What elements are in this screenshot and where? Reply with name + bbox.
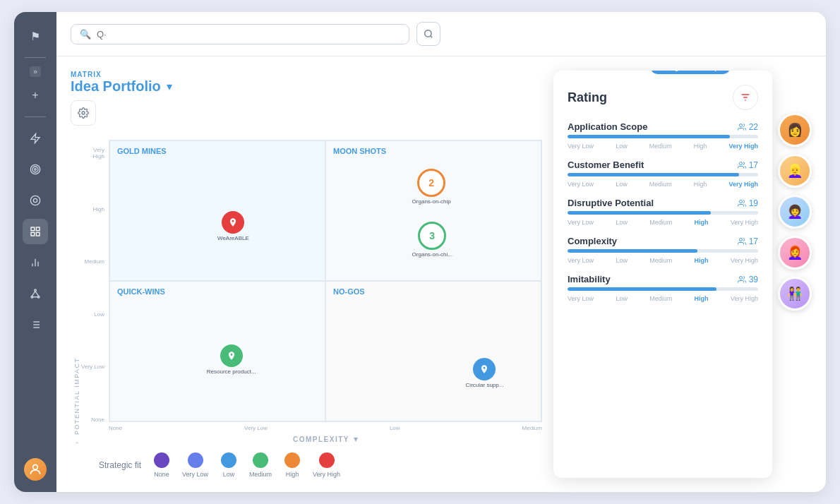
- rating-name-customer-benefit: Customer Benefit: [568, 160, 644, 170]
- rating-row-customer-benefit-header: Customer Benefit 17: [568, 160, 758, 170]
- rating-row-imitability: Imitability 39 Very Low Low Medium High: [568, 274, 758, 302]
- svg-point-25: [425, 30, 431, 37]
- legend-item-high: High: [284, 452, 300, 478]
- legend-item-low: Low: [221, 452, 236, 478]
- rating-scale-imitability: Very Low Low Medium High Very High: [568, 295, 758, 302]
- user-avatar[interactable]: [24, 458, 47, 481]
- rating-filter-button[interactable]: [733, 85, 758, 110]
- avatar-1[interactable]: 👩: [778, 113, 812, 147]
- matrix-section: MATRIX Idea Portfolio ▾ ›: [71, 71, 542, 478]
- avatar-2[interactable]: 👱‍♀️: [778, 154, 812, 188]
- sidebar-item-flag[interactable]: ⚑: [23, 23, 48, 49]
- scale-dp-very-high: Very High: [731, 219, 758, 226]
- legend-dot-very-high: [319, 452, 335, 468]
- dot-organs-1[interactable]: 2 Organs-on-chip: [412, 169, 451, 205]
- sidebar-divider-2: [25, 116, 46, 117]
- legend-text-low: Low: [223, 471, 235, 478]
- scale-very-low: Very Low: [568, 143, 594, 150]
- dot-organs-2-ring: 3: [418, 222, 446, 250]
- quadrant-quick-wins-label: QUICK-WINS: [117, 287, 165, 296]
- dot-circular-circle: [473, 358, 496, 380]
- dot-resource-circle: [220, 344, 243, 367]
- svg-point-4: [30, 196, 40, 205]
- dot-weAreable[interactable]: WeAreABLE: [217, 211, 249, 241]
- svg-point-33: [739, 200, 742, 203]
- rating-bar-fill-customer-benefit: [568, 173, 739, 176]
- matrix-title: Idea Portfolio: [71, 78, 161, 95]
- y-axis-ticks: Very High High Medium Low Very Low None: [80, 140, 109, 444]
- avatar-5[interactable]: 👫: [778, 277, 812, 311]
- sidebar-expand-btn[interactable]: »: [30, 66, 41, 77]
- scale-cx-very-low: Very Low: [568, 257, 594, 264]
- matrix-title-row: Idea Portfolio ▾: [71, 78, 542, 95]
- rating-panel: Organs-on-chips Rating Application Scope: [553, 71, 772, 478]
- svg-point-35: [739, 276, 742, 279]
- rating-scale-complexity: Very Low Low Medium High Very High: [568, 257, 758, 264]
- sidebar-item-target[interactable]: [23, 157, 48, 182]
- scale-cx-high-active: High: [695, 257, 709, 264]
- rating-scale-disruptive-potential: Very Low Low Medium High Very High: [568, 219, 758, 226]
- sidebar-item-network[interactable]: [23, 281, 48, 306]
- rating-bar-fill-application-scope: [568, 135, 730, 138]
- x-tick-medium: Medium: [522, 425, 542, 431]
- rating-name-application-scope: Application Scope: [568, 121, 647, 132]
- search-icon: 🔍: [80, 29, 91, 40]
- sidebar-item-add[interactable]: +: [23, 83, 48, 108]
- dot-resource[interactable]: Resource product...: [207, 344, 256, 375]
- dot-resource-label: Resource product...: [207, 368, 256, 375]
- search-input[interactable]: [97, 29, 400, 40]
- rating-name-disruptive-potential: Disruptive Potential: [568, 198, 654, 208]
- rating-row-complexity: Complexity 17 Very Low Low Medium High: [568, 236, 758, 264]
- scale-very-high-active: Very High: [728, 143, 758, 150]
- matrix-settings-button[interactable]: [71, 100, 96, 126]
- scale-cx-low: Low: [616, 257, 628, 264]
- svg-line-16: [35, 292, 39, 296]
- sidebar-item-grid[interactable]: [23, 219, 48, 244]
- legend-dot-low: [221, 452, 236, 468]
- rating-scale-customer-benefit: Very Low Low Medium High Very High: [568, 181, 758, 188]
- sidebar-item-bars[interactable]: [23, 250, 48, 275]
- sidebar: ⚑ » +: [14, 12, 56, 492]
- search-button[interactable]: [416, 22, 440, 46]
- dot-weAreable-circle: [222, 211, 244, 234]
- scale-im-low: Low: [616, 295, 628, 302]
- matrix-header: MATRIX Idea Portfolio ▾: [71, 71, 542, 126]
- x-axis-chevron[interactable]: ▾: [354, 434, 358, 444]
- rating-bar-fill-imitability: [568, 287, 716, 291]
- y-axis-label: › POTENTIAL IMPACT: [71, 140, 80, 444]
- rating-bar-bg-customer-benefit: [568, 173, 758, 176]
- scale-dp-high-active: High: [695, 219, 709, 226]
- y-tick-very-low: Very Low: [80, 364, 104, 370]
- dot-circular[interactable]: Circular supp...: [466, 358, 504, 388]
- dot-organs-2[interactable]: 3 Organs-on-chi...: [412, 222, 452, 258]
- avatar-4[interactable]: 👩‍🦰: [778, 236, 812, 270]
- scale-cb-very-high-active: Very High: [728, 181, 758, 188]
- quadrant-gold-mines: GOLD MINES WeAreABLE: [109, 140, 325, 281]
- rating-count-disruptive-potential: 19: [738, 198, 758, 208]
- sidebar-item-lightning[interactable]: [23, 126, 48, 151]
- rating-name-imitability: Imitability: [568, 274, 611, 284]
- search-input-wrap[interactable]: 🔍: [71, 24, 409, 44]
- content-area: 🔍 MATRIX Idea Portfolio ▾: [56, 12, 826, 492]
- sidebar-item-list[interactable]: [23, 312, 48, 337]
- sidebar-item-circle[interactable]: [23, 188, 48, 213]
- legend-row: Strategic fit None Very Low Low: [71, 452, 542, 478]
- y-tick-high: High: [80, 206, 104, 212]
- scale-cb-very-low: Very Low: [568, 181, 594, 188]
- quadrant-quick-wins: QUICK-WINS Resource product...: [109, 281, 325, 421]
- rating-bar-bg-complexity: [568, 249, 758, 253]
- matrix-title-chevron[interactable]: ▾: [167, 80, 172, 93]
- svg-rect-6: [36, 227, 40, 231]
- x-axis-ticks: None Very Low Low Medium: [109, 422, 542, 431]
- grid-area: GOLD MINES WeAreABLE: [109, 140, 542, 444]
- y-tick-low: Low: [80, 311, 104, 318]
- svg-rect-5: [31, 227, 35, 231]
- rating-name-complexity: Complexity: [568, 236, 617, 246]
- scale-im-high-active: High: [695, 295, 709, 302]
- legend-text-none: None: [154, 471, 169, 478]
- legend-dot-high: [284, 452, 300, 468]
- legend-text-high: High: [286, 471, 299, 478]
- avatar-3[interactable]: 👩‍🦱: [778, 195, 812, 229]
- scale-cb-low: Low: [616, 181, 628, 188]
- scale-cx-medium: Medium: [649, 257, 672, 264]
